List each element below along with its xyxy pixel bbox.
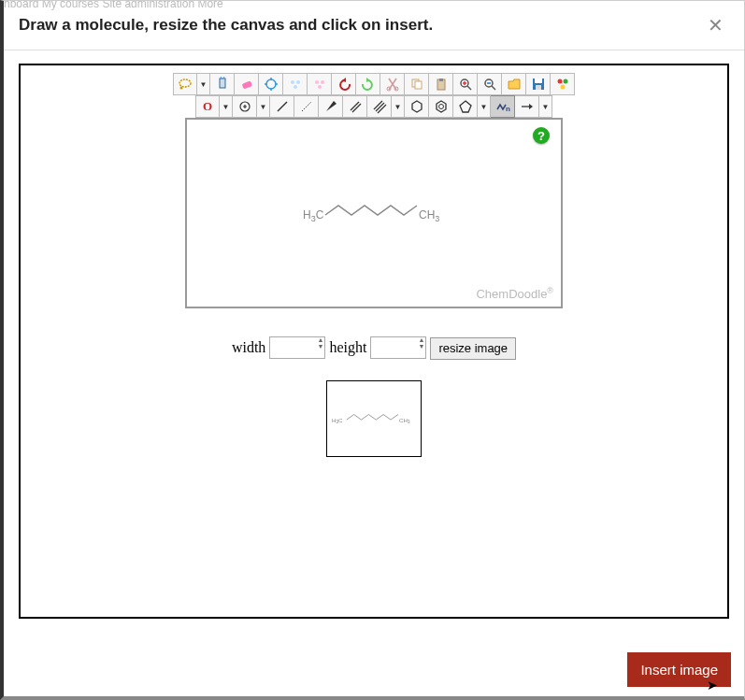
clean-icon[interactable] <box>283 73 308 95</box>
background-nav: hboard My courses Site administration Mo… <box>4 0 223 10</box>
template-icon[interactable] <box>551 73 575 95</box>
svg-point-5 <box>291 80 294 84</box>
wedge-bond-icon[interactable] <box>319 95 343 118</box>
pentagon-icon[interactable] <box>453 95 478 118</box>
zoom-out-icon[interactable] <box>478 73 502 95</box>
svg-point-22 <box>557 79 562 84</box>
svg-point-7 <box>294 85 297 89</box>
element-button[interactable]: O <box>195 95 220 118</box>
svg-rect-20 <box>535 79 542 83</box>
width-spinner-icon[interactable]: ▲▼ <box>317 337 323 350</box>
modal-dialog: hboard My courses Site administration Mo… <box>0 0 745 700</box>
close-icon[interactable]: ✕ <box>702 14 729 36</box>
svg-point-24 <box>560 85 565 90</box>
bond-dropdown-icon[interactable]: ▼ <box>392 95 405 118</box>
resize-controls: width ▲▼ height ▲▼ resize image <box>21 336 727 360</box>
zoom-in-icon[interactable] <box>453 73 478 95</box>
svg-text:H3C: H3C <box>303 208 324 223</box>
charge-dropdown-icon[interactable]: ▼ <box>257 95 270 118</box>
element-dropdown-icon[interactable]: ▼ <box>220 95 233 118</box>
erase-icon[interactable] <box>235 73 259 95</box>
svg-text:n: n <box>506 105 510 113</box>
ring-dropdown-icon[interactable]: ▼ <box>478 95 491 118</box>
charge-icon[interactable] <box>233 95 257 118</box>
paste-icon[interactable] <box>429 73 453 95</box>
open-icon[interactable] <box>502 73 526 95</box>
recessed-bond-icon[interactable] <box>294 95 319 118</box>
cursor-icon: ➤ <box>707 678 718 693</box>
lasso-icon[interactable] <box>173 73 197 95</box>
height-label: height <box>329 339 366 355</box>
modal-body: ▼ O ▼ <box>4 50 744 632</box>
chemdoodle-watermark: ChemDoodle® <box>476 286 553 301</box>
svg-rect-2 <box>220 79 225 88</box>
single-bond-icon[interactable] <box>270 95 294 118</box>
modal-title: Draw a molecule, resize the canvas and c… <box>19 16 433 35</box>
toolbar-row-1: ▼ <box>173 73 575 95</box>
double-bond-icon[interactable] <box>343 95 367 118</box>
svg-marker-27 <box>437 101 446 112</box>
cut-icon[interactable] <box>380 73 405 95</box>
svg-point-10 <box>318 85 322 89</box>
redo-icon[interactable] <box>356 73 380 95</box>
svg-rect-16 <box>439 79 443 81</box>
help-icon[interactable]: ? <box>533 127 550 144</box>
benzene-icon[interactable] <box>429 95 453 118</box>
svg-rect-14 <box>415 81 422 89</box>
molecule-drawing: H3C CH3 <box>299 194 449 232</box>
copy-icon[interactable] <box>405 73 429 95</box>
resize-button[interactable]: resize image <box>430 337 516 360</box>
svg-point-4 <box>266 79 276 89</box>
toolbar-row-2: O ▼ ▼ ▼ ▼ n ▼ <box>195 95 552 118</box>
triple-bond-icon[interactable] <box>367 95 392 118</box>
chain-icon[interactable]: n <box>491 95 515 118</box>
svg-point-1 <box>180 87 183 90</box>
svg-point-6 <box>296 80 300 84</box>
height-spinner-icon[interactable]: ▲▼ <box>418 337 424 350</box>
hexagon-icon[interactable] <box>405 95 429 118</box>
svg-marker-29 <box>460 101 471 112</box>
preview-image: H3C CH3 <box>326 380 422 457</box>
svg-rect-21 <box>536 85 541 90</box>
editor-frame: ▼ O ▼ <box>19 64 729 619</box>
center-icon[interactable] <box>259 73 283 95</box>
arrow-icon[interactable] <box>515 95 539 118</box>
svg-marker-26 <box>412 101 422 112</box>
svg-point-9 <box>321 80 324 84</box>
lasso-dropdown-icon[interactable]: ▼ <box>197 73 210 95</box>
svg-point-23 <box>563 79 567 84</box>
undo-icon[interactable] <box>332 73 356 95</box>
preview-molecule: H3C CH3 <box>332 407 416 430</box>
svg-point-8 <box>315 80 319 84</box>
svg-rect-3 <box>241 80 251 89</box>
arrow-dropdown-icon[interactable]: ▼ <box>539 95 552 118</box>
sketch-canvas[interactable]: ? H3C CH3 ChemDoodle® <box>185 118 563 308</box>
svg-point-0 <box>179 79 191 87</box>
clean2-icon[interactable] <box>308 73 332 95</box>
svg-text:CH3: CH3 <box>399 417 410 424</box>
svg-point-28 <box>438 105 443 109</box>
svg-text:H3C: H3C <box>332 417 343 424</box>
save-icon[interactable] <box>526 73 551 95</box>
svg-text:CH3: CH3 <box>419 208 439 223</box>
width-label: width <box>232 339 265 355</box>
clear-icon[interactable] <box>210 73 235 95</box>
